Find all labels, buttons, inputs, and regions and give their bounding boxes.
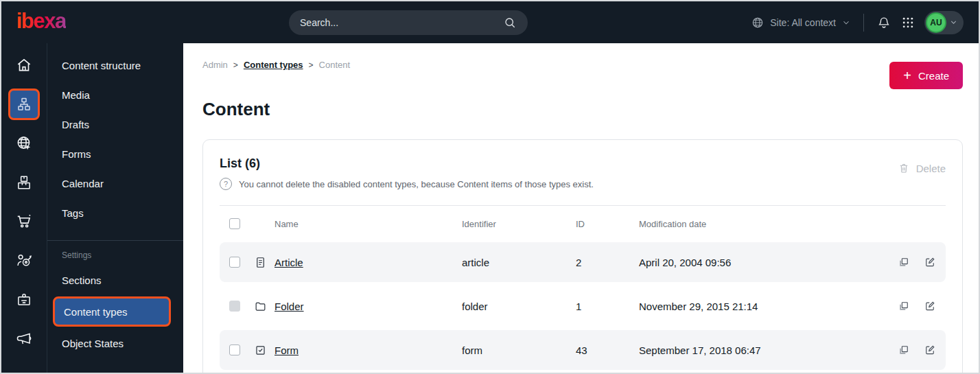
megaphone-icon: [15, 330, 33, 348]
topbar-right: Site: All context: [751, 11, 964, 34]
copy-icon[interactable]: [898, 344, 910, 356]
topbar-divider: [863, 14, 864, 32]
cell-id: 1: [576, 301, 639, 312]
cell-modified: April 20, 2004 09:56: [639, 257, 870, 268]
create-button[interactable]: + Create: [889, 62, 963, 89]
card-divider: [220, 205, 946, 206]
content-tree-icon: [16, 96, 32, 113]
content-type-link[interactable]: Folder: [275, 301, 304, 312]
table-body: Article article 2 April 20, 2004 09:56: [220, 242, 946, 370]
topbar: ibexa Site: All context: [1, 1, 979, 43]
content-type-link[interactable]: Form: [275, 344, 299, 356]
nav-rail-orders[interactable]: [8, 206, 40, 237]
breadcrumb-content-types[interactable]: Content types: [244, 60, 303, 70]
sidebar-item-tags[interactable]: Tags: [47, 200, 183, 226]
column-header-name: Name: [275, 219, 462, 229]
sidebar-item-object-states[interactable]: Object States: [47, 330, 183, 356]
row-checkbox[interactable]: [229, 344, 240, 355]
table-row: Folder folder 1 November 29, 2015 21:14: [220, 286, 946, 326]
annotation-highlight-sidebar: Content types: [53, 296, 171, 327]
apps-grid-icon[interactable]: [901, 16, 915, 30]
cell-identifier: article: [462, 257, 576, 268]
row-checkbox[interactable]: [229, 257, 240, 268]
nav-rail-personalization[interactable]: [8, 245, 40, 277]
sidebar-item-drafts[interactable]: Drafts: [47, 111, 183, 137]
sidebar-item-calendar[interactable]: Calendar: [47, 170, 183, 196]
breadcrumb-content: Content: [319, 60, 351, 70]
plus-icon: +: [903, 69, 911, 82]
search-input[interactable]: [300, 17, 496, 28]
sidebar-item-media[interactable]: Media: [47, 82, 183, 108]
chevron-down-icon: [949, 18, 958, 27]
form-icon: [254, 344, 275, 357]
cell-identifier: form: [462, 344, 576, 356]
globe-icon: [751, 16, 765, 30]
column-header-identifier: Identifier: [462, 219, 576, 229]
notifications-bell-icon[interactable]: [876, 15, 891, 30]
sidebar: Content structure Media Drafts Forms Cal…: [47, 43, 183, 373]
list-info-text: You cannot delete the disabled content t…: [239, 179, 594, 189]
copy-icon[interactable]: [898, 300, 910, 312]
nav-rail: [1, 43, 47, 373]
row-checkbox-disabled: [229, 301, 240, 312]
cell-identifier: folder: [462, 301, 576, 312]
ibexa-logo: ibexa: [16, 10, 66, 34]
nav-rail-site[interactable]: [8, 128, 40, 159]
select-all-checkbox[interactable]: [229, 218, 240, 229]
site-globe-icon: [15, 135, 33, 152]
site-context-label: Site: All context: [770, 17, 836, 28]
search-icon[interactable]: [503, 16, 517, 30]
breadcrumb-separator: >: [233, 60, 238, 70]
nav-rail-admin[interactable]: [8, 284, 40, 316]
sidebar-item-sections[interactable]: Sections: [47, 267, 183, 293]
cell-modified: September 17, 2018 06:47: [639, 344, 870, 356]
nav-rail-products[interactable]: [8, 167, 40, 198]
list-title: List (6): [220, 156, 594, 171]
table-row: Form form 43 September 17, 2018 06:47: [220, 330, 946, 370]
column-header-id: ID: [576, 219, 639, 229]
page-title: Content: [202, 99, 963, 120]
global-search[interactable]: [289, 10, 528, 35]
avatar: AU: [926, 12, 946, 33]
sidebar-section-settings: Settings: [47, 250, 183, 260]
content-types-list-card: List (6) ? You cannot delete the disable…: [202, 139, 963, 373]
nav-rail-content[interactable]: [8, 89, 40, 120]
trash-icon: [898, 162, 910, 174]
edit-icon[interactable]: [924, 344, 936, 356]
cell-id: 2: [576, 257, 639, 268]
help-icon: ?: [220, 178, 232, 190]
breadcrumb-separator: >: [309, 60, 314, 70]
products-boxes-icon: [15, 174, 33, 191]
edit-icon[interactable]: [924, 300, 936, 312]
sidebar-item-forms[interactable]: Forms: [47, 141, 183, 167]
badge-icon: [15, 291, 33, 309]
sidebar-divider: [47, 240, 183, 241]
create-button-label: Create: [918, 70, 949, 82]
nav-rail-dashboard[interactable]: [8, 49, 40, 81]
delete-button-label: Delete: [916, 163, 946, 174]
edit-icon[interactable]: [924, 256, 936, 268]
article-icon: [254, 256, 275, 269]
cell-modified: November 29, 2015 21:14: [639, 301, 870, 312]
list-info: ? You cannot delete the disabled content…: [220, 178, 594, 190]
table-row: Article article 2 April 20, 2004 09:56: [220, 242, 946, 282]
breadcrumb: Admin > Content types > Content: [202, 60, 963, 70]
sidebar-item-content-types[interactable]: Content types: [53, 296, 171, 327]
breadcrumb-admin: Admin: [202, 60, 228, 70]
site-context-selector[interactable]: Site: All context: [751, 16, 851, 30]
audience-target-icon: [15, 252, 33, 270]
app-window: ibexa Site: All context: [0, 0, 980, 374]
column-header-modification-date: Modification date: [639, 219, 870, 229]
table-header: Name Identifier ID Modification date: [220, 214, 946, 233]
nav-rail-marketing[interactable]: [8, 323, 40, 355]
user-menu[interactable]: AU: [924, 11, 964, 34]
cart-icon: [15, 213, 33, 231]
delete-button[interactable]: Delete: [898, 162, 946, 174]
folder-icon: [254, 300, 275, 313]
content-type-link[interactable]: Article: [275, 257, 303, 268]
main-content: Admin > Content types > Content + Create…: [183, 43, 979, 373]
sidebar-item-content-structure[interactable]: Content structure: [47, 52, 183, 78]
chevron-down-icon: [841, 18, 851, 27]
copy-icon[interactable]: [898, 256, 910, 268]
cell-id: 43: [576, 344, 639, 356]
